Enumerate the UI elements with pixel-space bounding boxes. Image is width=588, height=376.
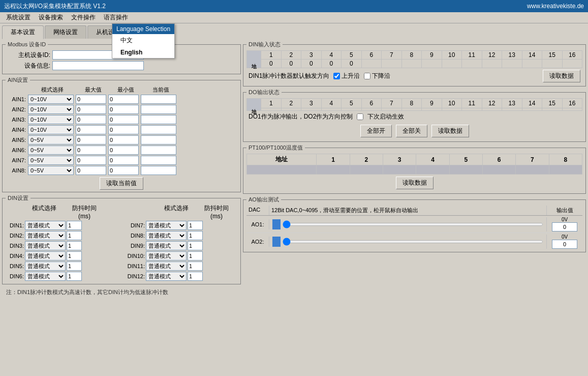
ain8-min[interactable]	[108, 166, 139, 175]
menu-file-ops[interactable]: 文件操作	[67, 12, 100, 23]
ain6-max[interactable]	[76, 146, 106, 155]
ain-col-current: 当前值	[142, 86, 179, 94]
din-time-0[interactable]	[67, 221, 82, 230]
modbus-info-input[interactable]	[52, 61, 144, 70]
ao1-value-input[interactable]	[552, 222, 577, 232]
menu-lang-ops[interactable]: 语言操作	[100, 12, 132, 23]
din-select-5[interactable]: 普通模式 计数模式高速计数	[25, 272, 66, 281]
do-values-row	[247, 108, 582, 111]
ain2-current[interactable]	[141, 105, 176, 114]
din-time-3[interactable]	[67, 251, 82, 261]
ao1-slider[interactable]	[283, 223, 543, 226]
din-select2-3[interactable]: 普通模式 计数模式高速计数	[146, 251, 187, 261]
ao2-value-input[interactable]	[552, 240, 577, 249]
din-row2-1: DIN7: 普通模式 计数模式高速计数	[123, 221, 237, 230]
ain6-mode-select[interactable]: 0~5V 0~10V4~20mA0~20mA	[28, 146, 74, 155]
pt100-read-btn[interactable]: 读取数据	[396, 177, 434, 189]
ain-read-btn[interactable]: 读取当前值	[100, 177, 143, 190]
din-label-DIN2:: DIN2:	[6, 233, 24, 239]
din-col-6: 6	[361, 51, 382, 60]
ain5-max[interactable]	[76, 135, 106, 144]
ain7-current[interactable]	[141, 156, 176, 165]
up-edge-label: 上升沿	[342, 72, 360, 80]
ain5-current[interactable]	[141, 135, 176, 144]
ain8-max[interactable]	[76, 166, 106, 175]
do-addr-cell: 地址	[247, 99, 261, 111]
din-select-1[interactable]: 普通模式 计数模式高速计数	[25, 231, 66, 240]
ain3-mode-select[interactable]: 0~10V 0~5V4~20mA0~20mA	[28, 115, 74, 124]
pt100-addr-header: 地址	[247, 154, 317, 165]
ain2-max[interactable]	[76, 105, 106, 114]
ain5-mode-select[interactable]: 0~5V 0~10V4~20mA0~20mA	[28, 135, 74, 144]
ao1-slider-handle[interactable]	[272, 219, 281, 229]
ain1-min[interactable]	[108, 95, 139, 104]
tab-basic-settings[interactable]: 基本设置	[2, 25, 44, 39]
din-time2-0[interactable]	[188, 221, 203, 230]
ain7-min[interactable]	[108, 156, 139, 165]
tabs-bar: 基本设置 网络设置 从机设置 系统日志	[0, 23, 588, 39]
ain4-max[interactable]	[76, 125, 106, 134]
do-all-off-btn[interactable]: 全部关	[396, 125, 427, 137]
ain4-min[interactable]	[108, 125, 139, 134]
din-select2-5[interactable]: 普通模式 计数模式高速计数	[146, 272, 187, 281]
din-val-1: 0	[261, 60, 282, 68]
do-all-on-btn[interactable]: 全部开	[360, 125, 392, 137]
din-time2-1[interactable]	[188, 231, 203, 240]
do-col-14: 14	[522, 99, 542, 108]
din-time-2[interactable]	[67, 241, 82, 250]
menu-device-search[interactable]: 设备搜索	[35, 12, 67, 23]
tab-network-settings[interactable]: 网络设置	[45, 25, 86, 39]
ain8-mode-select[interactable]: 0~5V 0~10V4~20mA0~20mA	[28, 166, 74, 175]
ain3-max[interactable]	[76, 115, 106, 124]
din-time2-5[interactable]	[188, 272, 203, 281]
ain6-current[interactable]	[141, 146, 176, 155]
din-read-btn[interactable]: 读取数据	[543, 70, 580, 82]
din-time-4[interactable]	[67, 262, 82, 271]
do-read-btn[interactable]: 读取数据	[431, 125, 469, 137]
din-select-2[interactable]: 普通模式 计数模式高速计数	[25, 241, 66, 250]
ain8-current[interactable]	[141, 166, 176, 175]
din-select2-4[interactable]: 普通模式 计数模式高速计数	[146, 262, 187, 271]
din-time-5[interactable]	[67, 272, 82, 281]
din-time-1[interactable]	[67, 231, 82, 240]
din-row2-5: DIN11: 普通模式 计数模式高速计数	[123, 262, 237, 271]
ain1-current[interactable]	[141, 95, 176, 104]
din-val-14	[522, 60, 542, 68]
do-col-2: 2	[281, 99, 301, 108]
ain6-min[interactable]	[108, 146, 139, 155]
pt100-col-2: 2	[350, 154, 383, 165]
din-time2-2[interactable]	[188, 241, 203, 250]
ain7-mode-select[interactable]: 0~5V 0~10V4~20mA0~20mA	[28, 156, 74, 165]
ain4-mode-select[interactable]: 0~10V 0~5V4~20mA0~20mA	[28, 125, 74, 134]
din-select2-1[interactable]: 普通模式 计数模式高速计数	[146, 231, 187, 240]
ain5-min[interactable]	[108, 135, 139, 144]
ain-row-5: AIN5: 0~5V 0~10V4~20mA0~20mA	[6, 135, 237, 144]
din-select2-2[interactable]: 普通模式 计数模式高速计数	[146, 241, 187, 250]
din-select-4[interactable]: 普通模式 计数模式高速计数	[25, 262, 66, 271]
din-val-13	[502, 60, 522, 68]
ain7-max[interactable]	[76, 156, 106, 165]
din-time2-3[interactable]	[188, 251, 203, 261]
lang-option-chinese[interactable]: 中文	[112, 34, 174, 47]
din-time2-4[interactable]	[188, 262, 203, 271]
down-edge-checkbox[interactable]	[364, 73, 370, 79]
ain3-min[interactable]	[108, 115, 139, 124]
ain4-current[interactable]	[141, 125, 176, 134]
ain-row-3: AIN3: 0~10V 0~5V4~20mA0~20mA	[6, 115, 237, 124]
menu-system-settings[interactable]: 系统设置	[2, 12, 35, 23]
din-col-5: 5	[342, 51, 362, 60]
ao2-slider[interactable]	[283, 240, 543, 243]
din-select-0[interactable]: 普通模式 计数模式高速计数	[25, 221, 66, 230]
din-legend: DIN设置	[6, 194, 30, 202]
ain2-min[interactable]	[108, 105, 139, 114]
do-pulse-checkbox[interactable]	[357, 113, 363, 120]
ain3-current[interactable]	[141, 115, 176, 124]
ain2-mode-select[interactable]: 0~10V 0~5V4~20mA0~20mA	[28, 105, 74, 114]
ao2-slider-handle[interactable]	[272, 237, 281, 247]
ain1-mode-select[interactable]: 0~10V 0~5V4~20mA0~20mA	[28, 95, 74, 104]
ain1-max[interactable]	[76, 95, 106, 104]
din-select2-0[interactable]: 普通模式 计数模式高速计数	[146, 221, 187, 230]
lang-option-english[interactable]: English	[112, 47, 174, 58]
up-edge-checkbox[interactable]	[333, 73, 340, 79]
din-select-3[interactable]: 普通模式 计数模式高速计数	[25, 251, 66, 261]
